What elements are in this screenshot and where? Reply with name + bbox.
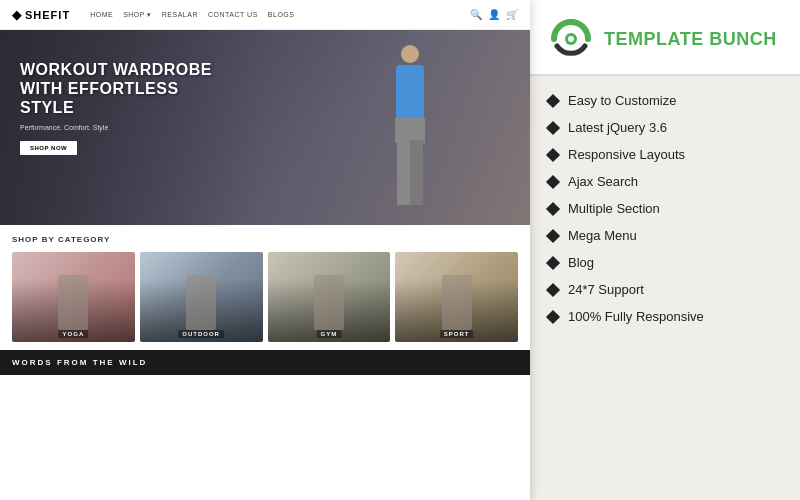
diamond-icon-7 [546,255,560,269]
feature-item-7: Blog [548,250,782,275]
feature-item-2: Latest jQuery 3.6 [548,115,782,140]
feature-text-5: Multiple Section [568,201,660,216]
feature-item-3: Responsive Layouts [548,142,782,167]
diamond-icon-2 [546,120,560,134]
hero-text: WORKOUT WARDROBE WITH EFFORTLESS STYLE P… [20,60,220,155]
feature-item-6: Mega Menu [548,223,782,248]
feature-text-4: Ajax Search [568,174,638,189]
features-list: Easy to Customize Latest jQuery 3.6 Resp… [530,76,800,500]
category-sport[interactable]: SPORT [395,252,518,342]
user-icon[interactable]: 👤 [488,9,500,20]
feature-item-1: Easy to Customize [548,88,782,113]
feature-text-2: Latest jQuery 3.6 [568,120,667,135]
diamond-icon-9 [546,309,560,323]
nav-blogs: BLOGS [268,11,295,19]
brand-name: TEMPLATE BUNCH [604,30,777,48]
hero-title: WORKOUT WARDROBE WITH EFFORTLESS STYLE [20,60,220,118]
yoga-label: YOGA [59,330,89,338]
diamond-icon-6 [546,228,560,242]
outdoor-label: OUTDOOR [178,330,224,338]
bottom-title: WORDS FROM THE WILD [12,358,518,367]
nav-shop: SHOP ▾ [123,11,152,19]
feature-text-8: 24*7 Support [568,282,644,297]
category-title: SHOP BY CATEGORY [12,235,518,244]
feature-text-9: 100% Fully Responsive [568,309,704,324]
person-leg-right [410,140,423,205]
site-nav-links: HOME SHOP ▾ RESALAR CONTACT US BLOGS [90,11,294,19]
diamond-icon-5 [546,201,560,215]
gym-figure-inner [314,275,344,330]
feature-text-6: Mega Menu [568,228,637,243]
category-section: SHOP BY CATEGORY YOGA OUTDOOR GYM [0,225,530,350]
yoga-figure-inner [58,275,88,330]
logo-text: SHEFIT [25,9,70,21]
diamond-icon-1 [546,93,560,107]
brand-logo-svg [550,18,592,60]
feature-text-3: Responsive Layouts [568,147,685,162]
category-outdoor[interactable]: OUTDOOR [140,252,263,342]
gym-figure [314,275,344,330]
nav-home: HOME [90,11,113,19]
sport-figure [442,275,472,330]
yoga-figure [58,275,88,330]
person-torso [396,65,424,120]
search-icon[interactable]: 🔍 [470,9,482,20]
brand-name-text: TEMPLATE BUNCH [604,30,777,48]
hero-section: WORKOUT WARDROBE WITH EFFORTLESS STYLE P… [0,30,530,225]
outdoor-figure [186,275,216,330]
feature-item-4: Ajax Search [548,169,782,194]
brand-name-part1: TEMPLATE [604,29,709,49]
person-head [401,45,419,63]
hero-button[interactable]: Shop Now [20,141,77,155]
site-navbar: ◆ SHEFIT HOME SHOP ▾ RESALAR CONTACT US … [0,0,530,30]
nav-contact: CONTACT US [208,11,258,19]
person-leg-left [397,140,410,205]
sport-label: SPORT [440,330,474,338]
sport-figure-inner [442,275,472,330]
logo-v-icon: ◆ [12,8,22,22]
right-panel: TEMPLATE BUNCH Easy to Customize Latest … [530,0,800,500]
hero-subtitle: Performance. Comfort. Style [20,124,220,131]
diamond-icon-8 [546,282,560,296]
website-preview: ◆ SHEFIT HOME SHOP ▾ RESALAR CONTACT US … [0,0,530,500]
site-logo: ◆ SHEFIT [12,8,70,22]
category-yoga[interactable]: YOGA [12,252,135,342]
hero-person [340,30,480,225]
site-nav-icons: 🔍 👤 🛒 [470,9,518,20]
brand-name-part2: BUNCH [709,29,777,49]
diamond-icon-4 [546,174,560,188]
category-grid: YOGA OUTDOOR GYM SPORT [12,252,518,342]
svg-point-1 [568,36,574,42]
feature-item-9: 100% Fully Responsive [548,304,782,329]
outdoor-figure-inner [186,275,216,330]
category-gym[interactable]: GYM [268,252,391,342]
diamond-icon-3 [546,147,560,161]
gym-label: GYM [317,330,342,338]
brand-header: TEMPLATE BUNCH [530,0,800,76]
feature-item-8: 24*7 Support [548,277,782,302]
nav-regular: RESALAR [162,11,198,19]
feature-item-5: Multiple Section [548,196,782,221]
feature-text-1: Easy to Customize [568,93,676,108]
person-silhouette [375,40,445,215]
bottom-strip: WORDS FROM THE WILD [0,350,530,375]
feature-text-7: Blog [568,255,594,270]
brand-logo [550,18,592,60]
cart-icon[interactable]: 🛒 [506,9,518,20]
